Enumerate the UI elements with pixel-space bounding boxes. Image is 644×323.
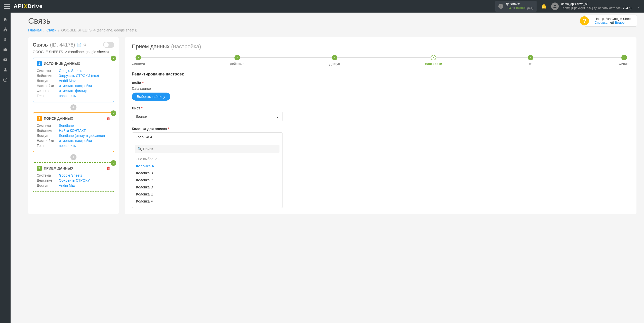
svg-text:?: ? — [5, 78, 6, 81]
card-value-link[interactable]: Sendlane — [59, 124, 74, 128]
topbar: APIXDrive i Действия: 324 из 100'000 (0%… — [0, 0, 644, 13]
step-Финиш[interactable]: ✓ Финиш — [619, 55, 629, 66]
breadcrumb: Главная / Связи / GOOGLE SHEETS -> (send… — [28, 28, 636, 32]
left-panel: Связь (ID: 44178) 📄 ⚙ GOOGLE SHEETS -> (… — [28, 37, 119, 214]
connection-title: Связь — [33, 42, 48, 48]
help-box: ? Настройка Google Sheets Справка 📹 Виде… — [584, 15, 637, 27]
sidebar-connections[interactable] — [0, 25, 11, 34]
card-row: СистемаGoogle Sheets — [37, 69, 110, 73]
rp-title-sub: (настройка) — [171, 43, 201, 50]
card-1: ✓ 1ИСТОЧНИК ДАННЫХ СистемаGoogle SheetsД… — [33, 58, 114, 102]
sheet-select[interactable]: Source ⌄ — [132, 112, 283, 121]
actions-label: Действия: — [506, 2, 534, 6]
card-row: СистемаGoogle Sheets — [37, 173, 110, 177]
gear-icon[interactable]: ⚙ — [83, 43, 87, 47]
sidebar-video[interactable] — [0, 55, 11, 64]
help-link-docs[interactable]: Справка — [594, 21, 607, 24]
card-row: ДоступAndrii Mav — [37, 183, 110, 187]
card-value-link[interactable]: проверить — [59, 94, 76, 98]
sidebar-user[interactable] — [0, 65, 11, 74]
card-value-link[interactable]: Google Sheets — [59, 173, 82, 177]
card-row: СистемаSendlane — [37, 124, 110, 128]
check-icon: ✓ — [111, 56, 116, 61]
card-value-link[interactable]: изменить настройки — [59, 139, 92, 143]
card-row: ДействиеЗагрузить СТРОКИ (все) — [37, 74, 110, 78]
card-row: Настройкиизменить настройки — [37, 139, 110, 143]
section-title: Редактирование настроек — [132, 72, 629, 76]
card-row: Тестпроверить — [37, 144, 110, 148]
card-row: Настройкиизменить настройки — [37, 84, 110, 88]
step-Действие[interactable]: ✓ Действие — [230, 55, 244, 66]
sidebar-home[interactable] — [0, 15, 11, 24]
sidebar-briefcase[interactable] — [0, 45, 11, 54]
step-Настройки[interactable]: Настройки — [425, 55, 442, 66]
column-option[interactable]: Колонка B — [135, 170, 279, 177]
card-value-link[interactable]: Обновить СТРОКУ — [59, 178, 90, 182]
column-select[interactable]: Колонка A ⌃ — [132, 132, 283, 142]
add-step-button[interactable]: + — [70, 154, 76, 160]
svg-point-6 — [5, 68, 6, 70]
logo[interactable]: APIXDrive — [14, 3, 43, 10]
chevron-up-icon: ⌃ — [276, 135, 279, 139]
step-Тест[interactable]: ✓ Тест — [527, 55, 534, 66]
column-option[interactable]: Колонка A — [135, 163, 279, 170]
check-icon: ✓ — [111, 110, 116, 116]
column-option[interactable]: Колонка D — [135, 184, 279, 191]
video-icon: 📹 — [610, 21, 614, 24]
column-option[interactable]: Колонка F — [135, 198, 279, 205]
sidebar-billing[interactable] — [0, 35, 11, 44]
step-Система[interactable]: ✓ Система — [132, 55, 145, 66]
page-title: Связь — [28, 16, 636, 26]
enable-toggle[interactable] — [103, 42, 114, 48]
avatar — [551, 3, 559, 10]
card-value-link[interactable]: Найти КОНТАКТ — [59, 129, 86, 133]
card-3: ✓ 3ПРИЕМ ДАННЫХ🗑 СистемаGoogle SheetsДей… — [33, 162, 114, 192]
check-icon: ✓ — [111, 160, 116, 166]
svg-point-0 — [554, 5, 556, 6]
card-row: ДействиеОбновить СТРОКУ — [37, 178, 110, 182]
help-link-video[interactable]: Видео — [615, 21, 625, 24]
actions-counter[interactable]: i Действия: 324 из 100'000 (0%) — [495, 1, 537, 12]
bell-icon[interactable]: 🔔 — [541, 4, 547, 9]
card-value-link[interactable]: Google Sheets — [59, 69, 82, 73]
file-label: Файл — [132, 81, 141, 85]
add-step-button[interactable]: + — [70, 104, 76, 110]
breadcrumb-links[interactable]: Связи — [47, 28, 56, 32]
svg-rect-1 — [5, 28, 6, 29]
card-value-link[interactable]: Andrii Mav — [59, 79, 75, 83]
card-value-link[interactable]: Sendlane (аккаунт добавлен — [59, 134, 105, 138]
steps: ✓ Система ✓ Действие ✓ Доступ Настройки … — [132, 55, 629, 66]
column-option[interactable]: - не выбрано - — [135, 155, 279, 163]
chevron-down-icon: ⌄ — [637, 4, 640, 8]
sidebar: ? — [0, 13, 11, 218]
card-row: ДоступSendlane (аккаунт добавлен — [37, 134, 110, 138]
card-row: Тестпроверить — [37, 94, 110, 98]
card-value-link[interactable]: проверить — [59, 144, 76, 148]
user-menu[interactable]: demo_apix-drive_s3 Тариф |Премиум PRO| д… — [551, 2, 640, 10]
card-value-link[interactable]: изменить настройки — [59, 84, 92, 88]
card-row: ДействиеНайти КОНТАКТ — [37, 129, 110, 133]
delete-icon[interactable]: 🗑 — [107, 166, 110, 170]
breadcrumb-home[interactable]: Главная — [28, 28, 42, 32]
svg-rect-2 — [4, 30, 5, 31]
delete-icon[interactable]: 🗑 — [107, 116, 110, 120]
rp-title-main: Прием данных — [132, 43, 170, 50]
step-Доступ[interactable]: ✓ Доступ — [329, 55, 340, 66]
sheet-label: Лист — [132, 106, 140, 110]
svg-rect-4 — [4, 49, 7, 51]
copy-icon[interactable]: 📄 — [77, 43, 81, 47]
card-value-link[interactable]: изменить фильтр — [59, 89, 87, 93]
chevron-down-icon: ⌄ — [276, 114, 279, 118]
card-value-link[interactable]: Andrii Mav — [59, 183, 75, 187]
search-input[interactable] — [135, 145, 279, 153]
card-value-link[interactable]: Загрузить СТРОКИ (все) — [59, 74, 99, 78]
sidebar-help[interactable]: ? — [0, 75, 11, 85]
menu-icon[interactable] — [4, 4, 10, 9]
column-option[interactable]: Колонка E — [135, 191, 279, 198]
username: demo_apix-drive_s3 — [561, 2, 632, 6]
help-icon[interactable]: ? — [580, 16, 589, 25]
select-table-button[interactable]: Выбрать таблицу — [132, 93, 170, 101]
column-label: Колонка для поиска — [132, 127, 167, 131]
right-panel: Прием данных (настройка) ✓ Система ✓ Дей… — [125, 37, 636, 214]
column-option[interactable]: Колонка C — [135, 177, 279, 184]
